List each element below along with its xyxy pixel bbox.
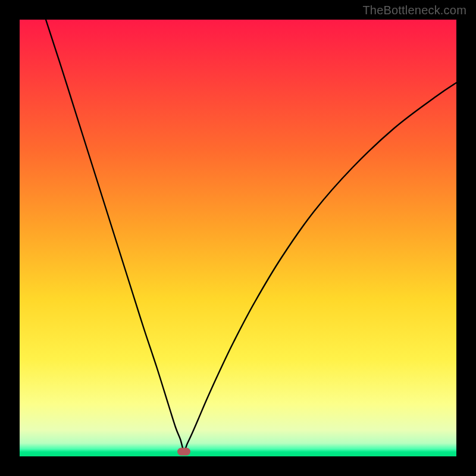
- chart-frame: TheBottleneck.com: [0, 0, 476, 476]
- minimum-marker: [177, 448, 190, 456]
- plot-area: [20, 20, 456, 456]
- bottleneck-curve: [20, 20, 456, 456]
- watermark-text: TheBottleneck.com: [362, 4, 466, 17]
- curve-path: [46, 20, 456, 450]
